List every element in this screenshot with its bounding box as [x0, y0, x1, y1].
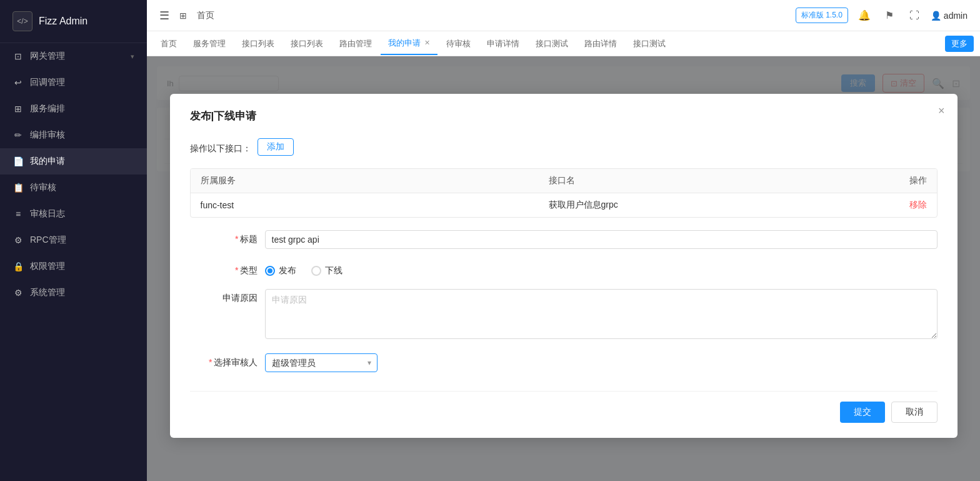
reason-label: 申请原因 — [190, 289, 265, 304]
cell-service: func-test — [191, 194, 539, 216]
tab-service-mgmt[interactable]: 服务管理 — [186, 33, 233, 55]
user-icon: 👤 — [931, 11, 941, 21]
sidebar-item-gateway[interactable]: ⊡ 网关管理 ▾ — [0, 43, 147, 69]
radio-publish-label: 发布 — [279, 265, 296, 276]
tab-my-apply[interactable]: 我的申请 ✕ — [381, 33, 438, 55]
tabbar: 首页 服务管理 接口列表 接口列表 路由管理 我的申请 ✕ 待审核 申请详情 — [147, 31, 980, 56]
reason-textarea[interactable] — [265, 289, 938, 339]
topbar-right: 标准版 1.5.0 🔔 ⚑ ⛶ 👤 admin — [796, 7, 968, 24]
sidebar-item-service-edit[interactable]: ⊞ 服务编排 — [0, 96, 147, 122]
tab-pending[interactable]: 待审核 — [439, 33, 478, 55]
hamburger-icon[interactable]: ☰ — [159, 9, 169, 23]
sidebar-item-label: 审核日志 — [30, 208, 65, 220]
sidebar-item-callback[interactable]: ↩ 回调管理 — [0, 69, 147, 96]
title-label: 标题 — [190, 230, 265, 245]
sidebar-item-pending[interactable]: 📋 待审核 — [0, 175, 147, 201]
username-label: admin — [944, 11, 968, 21]
permissions-icon: 🔒 — [12, 261, 24, 271]
sidebar-item-label: 服务编排 — [30, 103, 65, 114]
title-field-row: 标题 — [190, 230, 938, 249]
sidebar-item-rpc[interactable]: ⚙ RPC管理 — [0, 227, 147, 253]
reviewer-select-wrapper: 超级管理员 ▾ — [265, 353, 938, 372]
user-menu[interactable]: 👤 admin — [931, 11, 968, 21]
tab-more-button[interactable]: 更多 — [945, 36, 974, 52]
sidebar-item-system[interactable]: ⚙ 系统管理 — [0, 280, 147, 306]
sidebar-item-permissions[interactable]: 🔒 权限管理 — [0, 253, 147, 280]
tab-api-test1[interactable]: 接口测试 — [528, 33, 576, 55]
system-icon: ⚙ — [12, 288, 24, 298]
sidebar-logo: </> Fizz Admin — [0, 0, 147, 43]
radio-publish-dot — [265, 266, 275, 276]
sidebar: </> Fizz Admin ⊡ 网关管理 ▾ ↩ 回调管理 ⊞ 服务编排 — [0, 0, 147, 481]
header-name: 接口名 — [539, 169, 887, 193]
callback-icon: ↩ — [12, 78, 24, 88]
sidebar-item-label: RPC管理 — [30, 235, 66, 246]
radio-offline-label: 下线 — [325, 265, 342, 276]
version-badge: 标准版 1.5.0 — [796, 8, 848, 23]
reviewer-field-row: 选择审核人 超级管理员 ▾ — [190, 353, 938, 372]
reason-field-row: 申请原因 — [190, 289, 938, 341]
sidebar-item-label: 编排审核 — [30, 129, 65, 141]
sidebar-item-review[interactable]: ✏ 编排审核 — [0, 122, 147, 148]
rpc-icon: ⚙ — [12, 235, 24, 245]
grid-icon[interactable]: ⊞ — [179, 11, 187, 21]
tab-route-mgmt[interactable]: 路由管理 — [332, 33, 379, 55]
interface-label: 操作以下接口： — [190, 138, 258, 154]
submit-button[interactable]: 提交 — [840, 402, 885, 423]
sidebar-item-label: 待审核 — [30, 182, 56, 193]
sidebar-item-label: 权限管理 — [30, 261, 65, 272]
modal-dialog: 发布|下线申请 × 操作以下接口： 添加 所属服务 接口名 操作 — [170, 94, 958, 438]
radio-offline-dot — [311, 266, 321, 276]
add-interface-button[interactable]: 添加 — [258, 138, 294, 156]
type-radio-group: 发布 下线 — [265, 261, 938, 276]
sidebar-item-audit-log[interactable]: ≡ 审核日志 — [0, 201, 147, 227]
breadcrumb: 首页 — [197, 10, 214, 21]
tab-route-detail[interactable]: 路由详情 — [577, 33, 624, 55]
modal-overlay: 发布|下线申请 × 操作以下接口： 添加 所属服务 接口名 操作 — [147, 56, 980, 481]
sidebar-item-label: 系统管理 — [30, 287, 65, 298]
cancel-button[interactable]: 取消 — [891, 402, 938, 423]
tab-api-test2[interactable]: 接口测试 — [626, 33, 673, 55]
reviewer-label: 选择审核人 — [190, 353, 265, 368]
interface-table-container: 所属服务 接口名 操作 func-test 获取用户信息grpc 移除 — [190, 168, 938, 218]
reviewer-select[interactable]: 超级管理员 — [265, 353, 378, 372]
radio-offline[interactable]: 下线 — [311, 265, 342, 276]
sidebar-item-label: 网关管理 — [30, 51, 65, 62]
pending-icon: 📋 — [12, 183, 24, 193]
sidebar-item-label: 我的申请 — [30, 156, 65, 167]
tab-api-list1[interactable]: 接口列表 — [234, 33, 282, 55]
review-icon: ✏ — [12, 130, 24, 140]
title-input-wrapper — [265, 230, 938, 249]
reason-input-wrapper — [265, 289, 938, 341]
tab-home[interactable]: 首页 — [153, 33, 184, 55]
sidebar-item-my-apply[interactable]: 📄 我的申请 — [0, 148, 147, 175]
tab-close-icon[interactable]: ✕ — [424, 39, 430, 47]
type-field-row: 类型 发布 下线 — [190, 261, 938, 276]
tab-api-list2[interactable]: 接口列表 — [283, 33, 331, 55]
content-area: Ih 搜索 ⊡ 清空 🔍 ⊡ 序号 — [147, 56, 980, 481]
interface-section: 操作以下接口： 添加 — [190, 138, 938, 156]
header-action: 操作 — [887, 169, 937, 193]
sidebar-item-label: 回调管理 — [30, 77, 65, 88]
gateway-icon: ⊡ — [12, 51, 24, 61]
interface-table-row: func-test 获取用户信息grpc 移除 — [191, 193, 937, 217]
chevron-down-icon: ▾ — [131, 53, 134, 61]
modal-footer: 提交 取消 — [190, 391, 938, 423]
service-edit-icon: ⊞ — [12, 104, 24, 114]
main-area: ☰ ⊞ 首页 标准版 1.5.0 🔔 ⚑ ⛶ 👤 admin 首页 服务管理 — [147, 0, 980, 481]
tab-apply-detail[interactable]: 申请详情 — [479, 33, 527, 55]
audit-log-icon: ≡ — [12, 209, 24, 219]
cell-iface-name: 获取用户信息grpc — [539, 193, 887, 217]
logo-icon: </> — [12, 11, 32, 31]
title-input[interactable] — [265, 230, 938, 249]
fullscreen-icon[interactable]: ⛶ — [906, 7, 923, 24]
flag-icon[interactable]: ⚑ — [881, 7, 898, 24]
reviewer-select-container: 超级管理员 ▾ — [265, 353, 378, 372]
header-service: 所属服务 — [191, 169, 539, 193]
notification-icon[interactable]: 🔔 — [856, 7, 873, 24]
radio-publish[interactable]: 发布 — [265, 265, 296, 276]
modal-close-button[interactable]: × — [938, 105, 945, 116]
modal-title: 发布|下线申请 — [190, 109, 938, 123]
remove-interface-button[interactable]: 移除 — [887, 193, 937, 217]
interface-table-header: 所属服务 接口名 操作 — [191, 169, 937, 193]
